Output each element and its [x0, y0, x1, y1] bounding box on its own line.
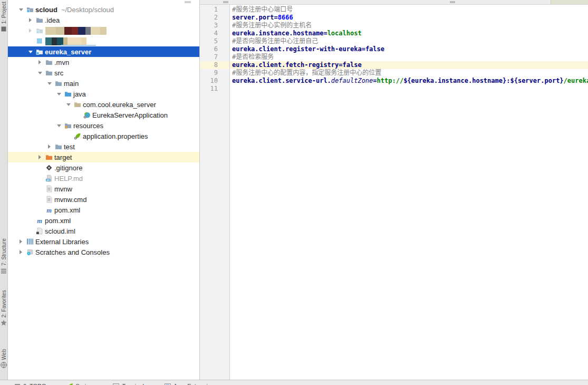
censored-underline	[61, 45, 96, 46]
tree-row-scratches-and-consoles[interactable]: Scratches and Consoles	[8, 247, 199, 257]
code-token: localhost	[327, 30, 362, 37]
code-line[interactable]: #是否检索服务	[230, 53, 588, 61]
code-line[interactable]: #服务注册中心端口号	[230, 6, 588, 14]
tree-row-gitignore[interactable]: .gitignore	[8, 162, 199, 173]
tree-row-pom-xml[interactable]: mpom.xml	[8, 215, 199, 226]
line-number[interactable]: 7	[200, 53, 229, 61]
tree-item-label: scloud.iml	[45, 227, 75, 235]
tree-item-label: mvnw	[54, 185, 72, 193]
tree-row-censored-1[interactable]	[8, 25, 199, 36]
tree-row-java[interactable]: java	[8, 89, 199, 99]
chevron-right-icon[interactable]	[16, 239, 25, 244]
code-line[interactable]: #服务注册中心实例的主机名	[230, 22, 588, 30]
code-line[interactable]: server.port=8666	[230, 14, 588, 22]
code-token: 8666	[278, 14, 293, 21]
code-token: eureka.client.service-url.	[232, 77, 331, 84]
code-line[interactable]	[230, 85, 588, 93]
status-item-6-todo[interactable]: 6: TODO	[14, 382, 46, 385]
line-number[interactable]: 6	[200, 45, 229, 53]
chevron-down-icon[interactable]	[35, 72, 44, 74]
line-number[interactable]: 11	[200, 85, 229, 93]
inspections-widget[interactable]	[551, 0, 588, 4]
tree-row-com-cool-eureka-server[interactable]: com.cool.eureka_server	[8, 99, 199, 110]
line-number[interactable]: 4	[200, 30, 229, 37]
chevron-right-icon[interactable]	[45, 145, 54, 149]
folder-icon	[54, 80, 63, 87]
line-number[interactable]: 5	[200, 37, 229, 45]
code-token: ${eureka.instance.hostname}	[403, 77, 506, 84]
tree-row-pom-xml[interactable]: mpom.xml	[8, 205, 199, 215]
tree-row-resources[interactable]: resources	[8, 120, 199, 131]
line-number[interactable]: 3	[200, 22, 229, 30]
code-line[interactable]: eureka.client.service-url.defaultZone=ht…	[230, 77, 588, 85]
code-area[interactable]: #服务注册中心端口号server.port=8666#服务注册中心实例的主机名e…	[230, 5, 588, 380]
line-number[interactable]: 9	[200, 69, 229, 77]
status-item-label: Spring	[76, 383, 93, 385]
tree-item-label: pom.xml	[54, 206, 80, 214]
code-line[interactable]: eureka.client.fetch-registry=false	[230, 61, 588, 69]
code-line[interactable]: eureka.instance.hostname=localhost	[230, 30, 588, 37]
chevron-down-icon[interactable]	[26, 51, 35, 53]
chevron-down-icon[interactable]	[54, 124, 63, 127]
tool-window-button-web[interactable]: Web	[0, 349, 7, 369]
tree-item-label: main	[64, 80, 79, 88]
tree-item-label: .mvn	[54, 59, 69, 66]
status-item-spring[interactable]: Spring	[66, 382, 93, 385]
code-line[interactable]: #是否向服务注册中心注册自己	[230, 37, 588, 45]
tree-row-eureka-server[interactable]: eureka_server	[8, 46, 199, 57]
tool-window-button-7-structure[interactable]: 7: Structure	[0, 238, 7, 275]
chevron-right-icon[interactable]	[35, 60, 44, 64]
status-item-terminal[interactable]: Terminal	[112, 382, 144, 385]
spring-icon	[66, 382, 74, 385]
tree-row-censored-2[interactable]	[8, 36, 199, 46]
line-number[interactable]: 2	[200, 14, 229, 22]
tool-window-label: 7: Structure	[1, 238, 7, 266]
status-item-java-enterprise[interactable]: Java Enterprise	[164, 382, 214, 385]
chevron-right-icon[interactable]	[26, 18, 35, 22]
tree-row-help-md[interactable]: MDHELP.md	[8, 173, 199, 184]
tree-row-scloud[interactable]: scloud~/Desktop/scloud	[8, 4, 199, 15]
maven-file-icon: m	[44, 206, 53, 214]
chevron-down-icon[interactable]	[16, 8, 25, 11]
line-number[interactable]: 8	[200, 61, 229, 69]
line-number[interactable]: 10	[200, 77, 229, 85]
tree-row-application-properties[interactable]: application.properties	[8, 131, 199, 141]
tree-row-test[interactable]: test	[8, 141, 199, 152]
tree-row-mvnw[interactable]: mvnw	[8, 184, 199, 194]
tree-row-external-libraries[interactable]: External Libraries	[8, 236, 199, 247]
chevron-down-icon[interactable]	[64, 103, 73, 106]
iml-file-icon	[35, 227, 44, 235]
tree-item-label: target	[54, 153, 72, 161]
tool-window-button-1-project[interactable]: 1: Project	[0, 2, 7, 33]
tree-row-main[interactable]: main	[8, 78, 199, 89]
svg-text:MD: MD	[46, 179, 50, 181]
chevron-right-icon[interactable]	[35, 155, 44, 159]
structure-tool-icon	[0, 267, 7, 275]
tree-row-eurekaserverapplication[interactable]: EurekaServerApplication	[8, 110, 199, 120]
tree-row-scloud-iml[interactable]: scloud.iml	[8, 226, 199, 236]
maven-file-icon: m	[35, 217, 44, 224]
chevron-down-icon[interactable]	[54, 93, 63, 95]
tool-window-button-2-favorites[interactable]: 2: Favorites	[0, 290, 7, 326]
spring-class-icon	[82, 111, 91, 119]
project-tree-panel: scloud~/Desktop/scloud.ideaeureka_server…	[8, 0, 200, 380]
tree-row-mvn[interactable]: .mvn	[8, 57, 199, 68]
tree-row-src[interactable]: src	[8, 68, 199, 78]
tree-row-idea[interactable]: .idea	[8, 15, 199, 25]
folder-module-icon	[35, 48, 44, 55]
project-tool-icon	[0, 25, 7, 33]
code-line[interactable]: eureka.client.register-with-eureka=false	[230, 45, 588, 53]
tree-item-label: External Libraries	[35, 238, 89, 246]
chevron-down-icon[interactable]	[45, 82, 54, 85]
package-icon	[73, 101, 82, 108]
tree-item-label: test	[64, 143, 75, 151]
editor-gutter[interactable]: 1234567891011	[200, 5, 230, 380]
chevron-right-icon[interactable]	[16, 250, 25, 254]
tree-row-mvnw-cmd[interactable]: mvnw.cmd	[8, 194, 199, 205]
comment-text: #服务注册中心端口号	[232, 6, 293, 13]
chevron-right-icon[interactable]	[26, 28, 35, 33]
status-bar: 6: TODOSpringTerminalJava Enterprise	[0, 380, 588, 385]
tree-row-target[interactable]: target	[8, 152, 199, 162]
line-number[interactable]: 1	[200, 6, 229, 14]
code-line[interactable]: #服务注册中心的配置内容，指定服务注册中心的位置	[230, 69, 588, 77]
